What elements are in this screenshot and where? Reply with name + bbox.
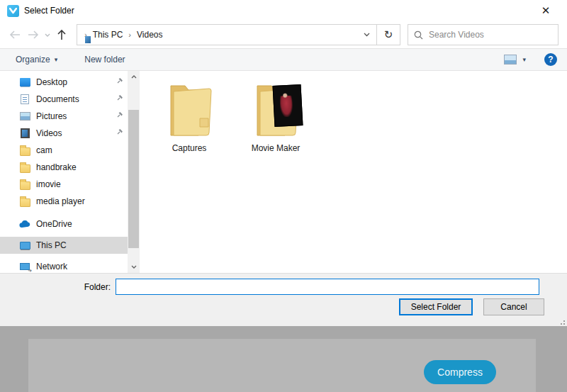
sidebar-item-handbrake[interactable]: handbrake bbox=[0, 159, 128, 176]
organize-label: Organize bbox=[16, 55, 50, 65]
select-folder-button[interactable]: Select Folder bbox=[399, 298, 473, 315]
recent-locations-chevron-icon[interactable] bbox=[43, 26, 52, 44]
select-folder-dialog: Select Folder ✕ › This PC › Videos bbox=[0, 0, 567, 326]
view-mode-chevron-icon[interactable]: ▾ bbox=[522, 56, 526, 63]
document-icon bbox=[19, 94, 30, 105]
app-logo-icon bbox=[7, 5, 19, 17]
navigation-pane: Desktop Documents Pictures Videos cam bbox=[0, 71, 128, 273]
onedrive-cloud-icon bbox=[19, 218, 30, 230]
breadcrumb-videos[interactable]: Videos bbox=[133, 30, 167, 40]
close-icon[interactable]: ✕ bbox=[532, 0, 560, 21]
search-icon bbox=[414, 30, 423, 40]
back-arrow-icon[interactable] bbox=[6, 26, 24, 44]
sidebar-item-cam[interactable]: cam bbox=[0, 142, 128, 159]
folder-icon bbox=[19, 179, 30, 190]
sidebar-item-label: cam bbox=[36, 145, 52, 155]
folder-icon bbox=[247, 79, 305, 142]
sidebar-item-documents[interactable]: Documents bbox=[0, 91, 128, 108]
sidebar-scrollbar[interactable] bbox=[128, 71, 140, 273]
picture-icon bbox=[19, 111, 30, 122]
scrollbar-thumb[interactable] bbox=[128, 110, 139, 248]
sidebar-item-label: imovie bbox=[36, 179, 61, 189]
command-bar: Organize ▾ New folder ▾ ? bbox=[0, 48, 567, 71]
dialog-body: Desktop Documents Pictures Videos cam bbox=[0, 71, 567, 273]
desktop-icon bbox=[19, 77, 30, 88]
sidebar-item-label: Pictures bbox=[36, 111, 67, 121]
help-icon[interactable]: ? bbox=[544, 53, 557, 66]
sidebar-item-label: handbrake bbox=[36, 162, 77, 172]
search-input[interactable] bbox=[429, 30, 552, 40]
folder-tile-captures[interactable]: Captures bbox=[152, 79, 226, 153]
sidebar-item-label: Network bbox=[36, 262, 67, 271]
scroll-down-icon[interactable] bbox=[128, 261, 140, 273]
pin-icon bbox=[116, 94, 123, 103]
dialog-title: Select Folder bbox=[24, 6, 74, 16]
new-folder-label: New folder bbox=[84, 55, 125, 65]
video-thumbnail bbox=[273, 84, 303, 127]
title-bar: Select Folder ✕ bbox=[0, 0, 567, 21]
search-box[interactable] bbox=[408, 24, 558, 45]
sidebar-item-pictures[interactable]: Pictures bbox=[0, 108, 128, 125]
chevron-down-icon: ▾ bbox=[55, 56, 58, 63]
sidebar-item-imovie[interactable]: imovie bbox=[0, 176, 128, 193]
network-icon bbox=[19, 261, 30, 272]
background-panel: Compress bbox=[28, 339, 536, 392]
sidebar-item-onedrive[interactable]: OneDrive bbox=[0, 215, 128, 233]
up-arrow-icon[interactable] bbox=[52, 26, 71, 44]
breadcrumb: › This PC › Videos bbox=[77, 25, 357, 45]
compress-button[interactable]: Compress bbox=[424, 360, 496, 384]
sidebar-item-videos[interactable]: Videos bbox=[0, 125, 128, 142]
folder-list: Captures Movie Maker bbox=[140, 71, 567, 273]
monitor-icon bbox=[19, 240, 30, 251]
resize-grip[interactable] bbox=[558, 318, 565, 325]
sidebar-item-desktop[interactable]: Desktop bbox=[0, 74, 128, 91]
folder-name-input[interactable] bbox=[116, 279, 539, 295]
pin-icon bbox=[116, 128, 123, 138]
sidebar-item-label: This PC bbox=[36, 240, 67, 250]
folder-icon bbox=[19, 196, 30, 207]
background-app-area: Compress bbox=[0, 326, 567, 392]
address-dropdown-chevron-icon[interactable] bbox=[357, 25, 376, 45]
sidebar-item-media-player[interactable]: media player bbox=[0, 193, 128, 210]
pin-icon bbox=[116, 77, 123, 86]
pin-icon bbox=[116, 111, 123, 121]
forward-arrow-icon[interactable] bbox=[24, 26, 43, 44]
new-folder-button[interactable]: New folder bbox=[79, 49, 130, 70]
scroll-up-icon[interactable] bbox=[128, 71, 140, 83]
scrollbar-track[interactable] bbox=[128, 83, 140, 261]
folder-tile-movie-maker[interactable]: Movie Maker bbox=[239, 79, 313, 153]
address-bar[interactable]: › This PC › Videos ↻ bbox=[77, 24, 400, 45]
sidebar-item-network[interactable]: Network bbox=[0, 258, 128, 273]
navigation-bar: › This PC › Videos ↻ bbox=[0, 21, 567, 48]
folder-name: Movie Maker bbox=[252, 143, 301, 153]
folder-name: Captures bbox=[172, 143, 207, 153]
refresh-icon[interactable]: ↻ bbox=[376, 25, 400, 45]
sidebar-item-this-pc[interactable]: This PC bbox=[0, 237, 128, 254]
view-mode-icon[interactable] bbox=[504, 55, 517, 65]
folder-icon bbox=[19, 162, 30, 173]
sidebar-item-label: media player bbox=[36, 196, 85, 206]
sidebar-item-label: OneDrive bbox=[36, 219, 72, 229]
folder-icon bbox=[160, 79, 218, 142]
folder-icon bbox=[19, 145, 30, 156]
folder-field-label: Folder: bbox=[0, 282, 116, 292]
breadcrumb-separator: › bbox=[127, 30, 133, 39]
sidebar-item-label: Documents bbox=[36, 94, 79, 104]
sidebar-item-label: Desktop bbox=[36, 77, 67, 87]
organize-menu[interactable]: Organize ▾ bbox=[10, 49, 63, 70]
film-icon bbox=[19, 128, 30, 139]
sidebar-item-label: Videos bbox=[36, 128, 62, 138]
breadcrumb-this-pc[interactable]: This PC bbox=[89, 30, 128, 40]
dialog-footer: Folder: Select Folder Cancel bbox=[0, 273, 567, 326]
cancel-button[interactable]: Cancel bbox=[483, 298, 544, 315]
